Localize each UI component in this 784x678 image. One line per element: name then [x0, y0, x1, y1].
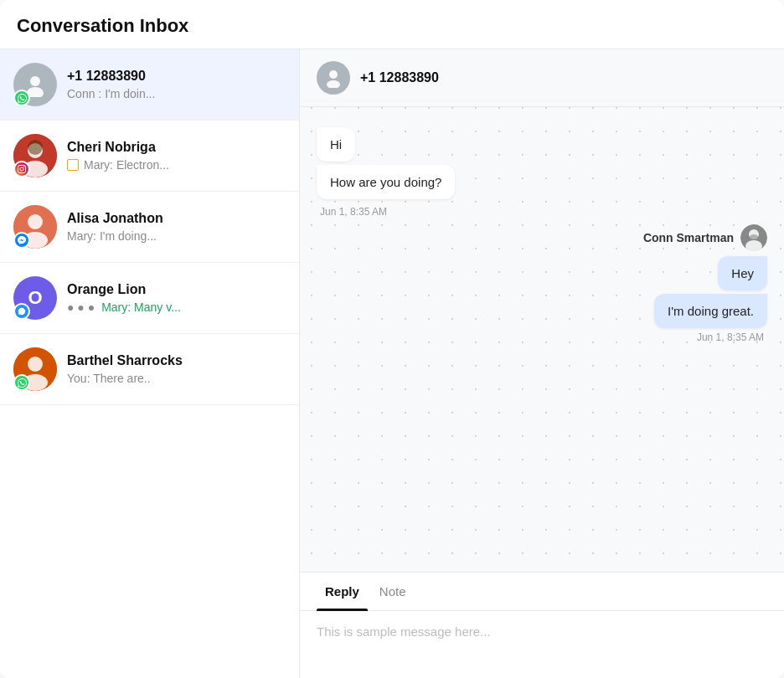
message-group-incoming-1: Hi How are you doing? Jun 1, 8:35 AM — [317, 127, 587, 218]
chat-header-avatar — [317, 61, 350, 95]
contact-info-4: Orange Lion ● ● ● Mary: Many v... — [67, 282, 286, 314]
page-title: Conversation Inbox — [17, 15, 188, 36]
contact-preview-5: You: There are.. — [67, 372, 286, 385]
message-text-hi: Hi — [330, 137, 342, 152]
sidebar: +1 12883890 Conn : I'm doin... — [0, 49, 300, 678]
badge-chatwoot-4 — [13, 303, 30, 320]
reply-area: Reply Note This is sample message here..… — [300, 572, 784, 678]
contact-preview-1: Conn : I'm doin... — [67, 87, 286, 100]
message-group-outgoing-1: Conn Smartman Hey — [643, 224, 767, 343]
sidebar-item-contact-4[interactable]: O Orange Lion ● ● ● Mary: Many v... — [0, 263, 299, 334]
message-bubble-doing-great: I'm doing great. — [654, 294, 767, 328]
contact-preview-text-4: Mary: Many v... — [101, 300, 181, 314]
svg-point-13 — [327, 80, 340, 88]
svg-point-0 — [30, 76, 40, 86]
contact-info-1: +1 12883890 Conn : I'm doin... — [67, 69, 286, 100]
contact-preview-3: Mary: I'm doing... — [67, 229, 286, 243]
svg-point-7 — [28, 214, 43, 229]
messages-area: Hi How are you doing? Jun 1, 8:35 AM Con… — [300, 107, 784, 572]
main-layout: +1 12883890 Conn : I'm doin... — [0, 49, 784, 678]
avatar-wrapper-1 — [13, 63, 57, 106]
sidebar-item-contact-3[interactable]: Alisa Jonathon Mary: I'm doing... — [0, 192, 299, 263]
sidebar-item-contact-1[interactable]: +1 12883890 Conn : I'm doin... — [0, 49, 299, 121]
chat-header: +1 12883890 — [300, 49, 784, 107]
outgoing-sender-name: Conn Smartman — [643, 231, 734, 244]
contact-info-5: Barthel Sharrocks You: There are.. — [67, 353, 286, 385]
svg-point-10 — [28, 357, 43, 372]
sidebar-item-contact-2[interactable]: Cheri Nobriga Mary: Electron... — [0, 121, 299, 192]
tab-reply[interactable]: Reply — [317, 573, 368, 610]
message-text-how-are-you: How are you doing? — [330, 175, 441, 189]
message-bubble-hi: Hi — [317, 127, 355, 162]
avatar-wrapper-2 — [13, 134, 57, 177]
badge-whatsapp-1 — [13, 90, 30, 106]
svg-point-12 — [329, 70, 338, 79]
message-text-hey: Hey — [731, 266, 754, 280]
contact-name-1: +1 12883890 — [67, 69, 286, 84]
contact-name-2: Cheri Nobriga — [67, 140, 286, 155]
outgoing-avatar — [740, 224, 767, 251]
reply-input-placeholder: This is sample message here... — [317, 624, 491, 639]
avatar-initial-4: O — [28, 287, 42, 309]
message-time-incoming: Jun 1, 8:35 AM — [317, 206, 387, 218]
sidebar-item-contact-5[interactable]: Barthel Sharrocks You: There are.. — [0, 334, 299, 405]
contact-preview-4: ● ● ● Mary: Many v... — [67, 300, 286, 314]
svg-point-17 — [750, 234, 758, 239]
message-bubble-how-are-you: How are you doing? — [317, 165, 455, 199]
contact-preview-2: Mary: Electron... — [67, 158, 286, 172]
header: Conversation Inbox — [0, 0, 784, 49]
contact-name-5: Barthel Sharrocks — [67, 353, 286, 368]
contact-info-2: Cheri Nobriga Mary: Electron... — [67, 140, 286, 172]
contact-preview-text-2: Mary: Electron... — [84, 158, 169, 172]
contact-name-4: Orange Lion — [67, 282, 286, 297]
reply-input-area[interactable]: This is sample message here... — [300, 611, 784, 678]
contact-info-3: Alisa Jonathon Mary: I'm doing... — [67, 211, 286, 243]
message-bubble-hey: Hey — [718, 256, 767, 290]
tab-note[interactable]: Note — [371, 573, 415, 610]
contact-name-3: Alisa Jonathon — [67, 211, 286, 226]
chat-area: +1 12883890 Hi How are you doing? Jun 1,… — [300, 49, 784, 678]
app-container: Conversation Inbox — [0, 0, 784, 678]
chat-contact-name: +1 12883890 — [360, 70, 439, 85]
reply-tabs: Reply Note — [300, 573, 784, 611]
message-text-doing-great: I'm doing great. — [668, 304, 754, 318]
badge-whatsapp-5 — [13, 374, 30, 391]
badge-instagram-2 — [13, 161, 30, 177]
ticket-icon-2 — [67, 159, 79, 171]
avatar-wrapper-4: O — [13, 276, 57, 320]
message-time-outgoing: Jun 1, 8:35 AM — [697, 331, 767, 343]
avatar-wrapper-3 — [13, 205, 57, 249]
avatar-wrapper-5 — [13, 347, 57, 391]
badge-messenger-3 — [13, 232, 30, 249]
svg-point-5 — [28, 140, 43, 155]
outgoing-header: Conn Smartman — [643, 224, 767, 251]
